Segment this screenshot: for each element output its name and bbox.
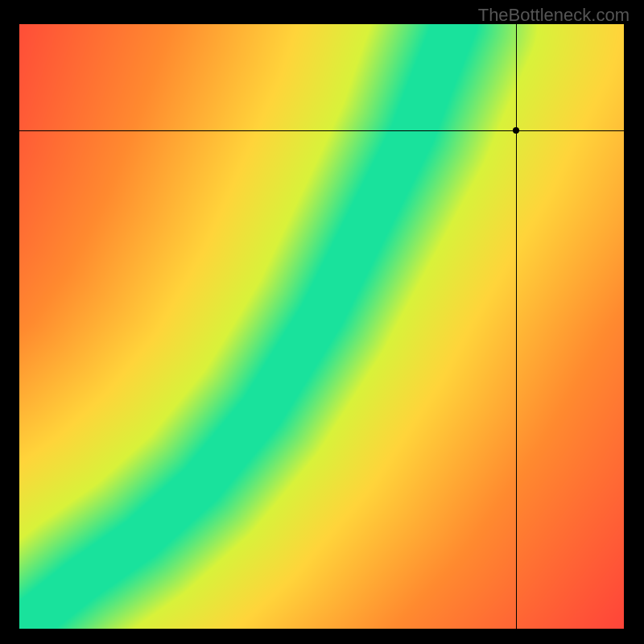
crosshair-horizontal <box>19 130 625 131</box>
crosshair-marker <box>513 127 519 134</box>
chart-container: { "watermark": "TheBottleneck.com", "cha… <box>0 0 644 644</box>
heatmap-plot <box>19 24 625 630</box>
y-axis-line <box>624 24 625 630</box>
watermark-text: TheBottleneck.com <box>478 5 630 26</box>
x-axis-line <box>19 629 625 630</box>
heatmap-canvas <box>19 24 625 630</box>
crosshair-vertical <box>516 24 517 630</box>
